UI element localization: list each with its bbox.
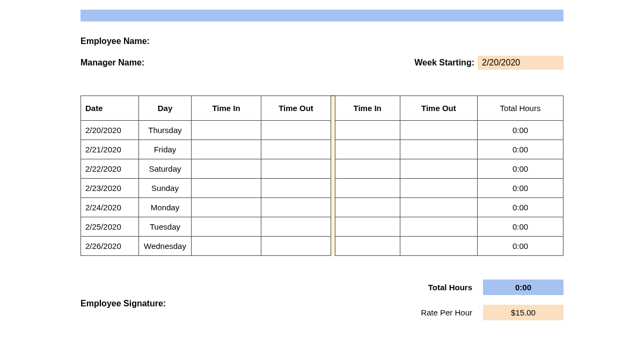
- col-time-in-2: Time In: [335, 96, 400, 121]
- manager-name-label: Manager Name:: [80, 58, 144, 68]
- cell-total-hours: 0:00: [478, 179, 564, 198]
- header-section: Employee Name: Manager Name: Week Starti…: [80, 36, 564, 70]
- rate-per-hour-label: Rate Per Hour: [397, 308, 472, 317]
- cell-time-in-2[interactable]: [335, 159, 400, 179]
- cell-date[interactable]: 2/22/2020: [81, 159, 139, 179]
- employee-name-label: Employee Name:: [80, 36, 150, 46]
- cell-time-out-1[interactable]: [261, 217, 331, 237]
- cell-day: Saturday: [139, 159, 192, 179]
- cell-time-out-2[interactable]: [400, 217, 477, 237]
- cell-total-hours: 0:00: [478, 198, 564, 217]
- cell-time-out-1[interactable]: [261, 140, 331, 159]
- cell-day: Monday: [139, 198, 192, 217]
- cell-total-hours: 0:00: [478, 237, 564, 256]
- top-accent-bar: [80, 10, 564, 21]
- cell-total-hours: 0:00: [478, 159, 564, 179]
- cell-time-in-2[interactable]: [335, 140, 400, 159]
- cell-time-in-1[interactable]: [192, 179, 261, 198]
- cell-time-in-1[interactable]: [192, 121, 261, 140]
- timesheet-table: Date Day Time In Time Out 2/20/2020Thurs…: [80, 95, 564, 256]
- cell-date[interactable]: 2/26/2020: [81, 237, 139, 256]
- cell-date[interactable]: 2/24/2020: [81, 198, 139, 217]
- week-starting-group: Week Starting: 2/20/2020: [414, 56, 564, 70]
- cell-day: Thursday: [139, 121, 192, 140]
- cell-time-in-1[interactable]: [192, 217, 261, 237]
- cell-date[interactable]: 2/21/2020: [81, 140, 139, 159]
- cell-total-hours: 0:00: [478, 217, 564, 237]
- cell-date[interactable]: 2/25/2020: [81, 217, 139, 237]
- cell-time-in-2[interactable]: [335, 198, 400, 217]
- col-date: Date: [81, 96, 139, 121]
- cell-time-in-2[interactable]: [335, 179, 400, 198]
- cell-time-in-2[interactable]: [335, 121, 400, 140]
- cell-time-in-1[interactable]: [192, 159, 261, 179]
- col-time-in-1: Time In: [192, 96, 261, 121]
- employee-signature-label: Employee Signature:: [80, 299, 166, 308]
- rate-per-hour-value[interactable]: $15.00: [483, 305, 564, 320]
- cell-total-hours: 0:00: [478, 140, 564, 159]
- cell-date[interactable]: 2/20/2020: [81, 121, 139, 140]
- cell-day: Sunday: [139, 179, 192, 198]
- col-total-hours: Total Hours: [478, 96, 564, 121]
- cell-time-out-1[interactable]: [261, 237, 331, 256]
- cell-time-out-1[interactable]: [261, 179, 331, 198]
- cell-day: Friday: [139, 140, 192, 159]
- cell-time-out-2[interactable]: [400, 140, 477, 159]
- cell-time-out-2[interactable]: [400, 159, 477, 179]
- cell-time-out-2[interactable]: [400, 198, 477, 217]
- week-starting-label: Week Starting:: [414, 58, 474, 68]
- cell-time-in-2[interactable]: [335, 237, 400, 256]
- cell-time-out-1[interactable]: [261, 121, 331, 140]
- cell-time-in-1[interactable]: [192, 237, 261, 256]
- cell-time-out-2[interactable]: [400, 179, 477, 198]
- summary-section: Employee Signature: Total Hours 0:00 Rat…: [80, 280, 564, 320]
- cell-total-hours: 0:00: [478, 121, 564, 140]
- total-hours-label: Total Hours: [397, 283, 472, 292]
- cell-time-out-2[interactable]: [400, 237, 477, 256]
- cell-time-out-2[interactable]: [400, 121, 477, 140]
- cell-day: Tuesday: [139, 217, 192, 237]
- cell-time-out-1[interactable]: [261, 198, 331, 217]
- table-gap: [331, 95, 335, 256]
- cell-time-in-1[interactable]: [192, 140, 261, 159]
- cell-date[interactable]: 2/23/2020: [81, 179, 139, 198]
- col-day: Day: [139, 96, 192, 121]
- cell-day: Wednesday: [139, 237, 192, 256]
- col-time-out-2: Time Out: [400, 96, 477, 121]
- col-time-out-1: Time Out: [261, 96, 331, 121]
- cell-time-in-1[interactable]: [192, 198, 261, 217]
- cell-time-in-2[interactable]: [335, 217, 400, 237]
- week-starting-value[interactable]: 2/20/2020: [478, 56, 564, 70]
- cell-time-out-1[interactable]: [261, 159, 331, 179]
- total-hours-value: 0:00: [483, 280, 564, 295]
